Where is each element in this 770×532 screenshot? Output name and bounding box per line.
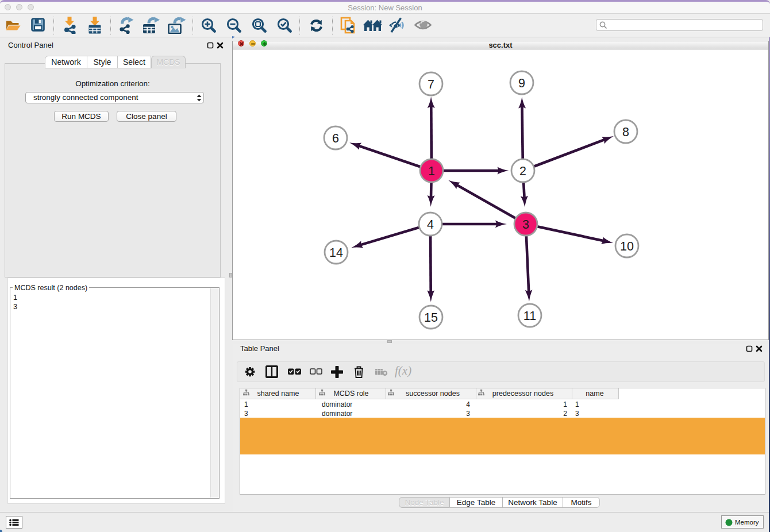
svg-text:9: 9 — [518, 76, 525, 90]
svg-text:3: 3 — [522, 218, 529, 232]
svg-text:8: 8 — [622, 125, 629, 139]
svg-text:7: 7 — [428, 78, 434, 91]
svg-text:15: 15 — [424, 311, 438, 325]
svg-text:14: 14 — [329, 246, 343, 260]
svg-text:2: 2 — [519, 164, 526, 178]
svg-text:10: 10 — [620, 240, 634, 253]
svg-text:1: 1 — [428, 164, 435, 178]
svg-text:6: 6 — [332, 132, 339, 145]
svg-text:4: 4 — [427, 218, 434, 232]
svg-text:11: 11 — [523, 309, 536, 323]
